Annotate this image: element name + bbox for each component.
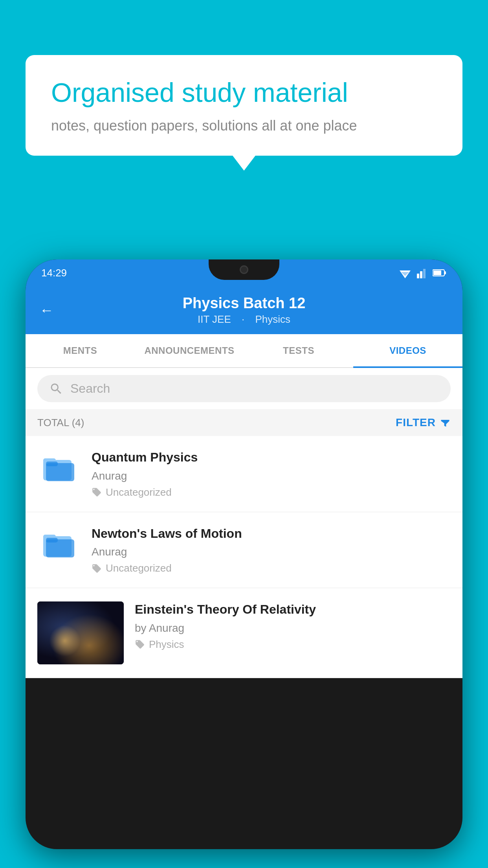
phone-wrapper: 14:29	[26, 259, 462, 868]
header-subtitle-part2: Physics	[255, 313, 290, 325]
list-item[interactable]: Newton's Laws of Motion Anurag Uncategor…	[26, 512, 462, 588]
filter-icon	[440, 417, 451, 428]
svg-rect-4	[423, 269, 426, 278]
bubble-title: Organised study material	[51, 77, 437, 109]
video-thumb-2	[37, 526, 81, 561]
video-author-3: by Anurag	[135, 622, 451, 634]
header-subtitle: IIT JEE · Physics	[41, 313, 447, 326]
video-thumb-1	[37, 449, 81, 485]
tab-ments[interactable]: MENTS	[26, 334, 135, 367]
list-item[interactable]: Einstein's Theory Of Relativity by Anura…	[26, 588, 462, 678]
tab-announcements[interactable]: ANNOUNCEMENTS	[135, 334, 244, 367]
video-tag-2: Uncategorized	[92, 562, 451, 574]
video-title-1: Quantum Physics	[92, 449, 451, 466]
header-subtitle-part1: IIT JEE	[198, 313, 231, 325]
front-camera	[240, 265, 248, 274]
video-title-3: Einstein's Theory Of Relativity	[135, 601, 451, 618]
filter-button[interactable]: FILTER	[396, 416, 451, 429]
video-thumbnail-3	[37, 601, 124, 664]
svg-rect-6	[433, 270, 441, 275]
search-icon	[49, 382, 63, 396]
video-info-3: Einstein's Theory Of Relativity by Anura…	[135, 601, 451, 651]
app-header: ← Physics Batch 12 IIT JEE · Physics	[26, 286, 462, 334]
video-info-2: Newton's Laws of Motion Anurag Uncategor…	[92, 526, 451, 575]
svg-rect-11	[46, 462, 58, 466]
list-item[interactable]: Quantum Physics Anurag Uncategorized	[26, 436, 462, 512]
video-title-2: Newton's Laws of Motion	[92, 526, 451, 542]
back-button[interactable]: ←	[40, 302, 54, 318]
filter-row: TOTAL (4) FILTER	[26, 409, 462, 436]
svg-rect-3	[420, 271, 422, 278]
speech-bubble-container: Organised study material notes, question…	[26, 55, 462, 156]
search-input-wrap[interactable]: Search	[37, 375, 451, 402]
svg-rect-7	[444, 271, 446, 274]
video-tag-1: Uncategorized	[92, 486, 451, 498]
tab-videos[interactable]: VIDEOS	[353, 334, 462, 367]
video-tag-3: Physics	[135, 638, 451, 651]
svg-rect-2	[417, 274, 419, 278]
header-title: Physics Batch 12	[41, 295, 447, 312]
thumb-glow	[49, 625, 81, 657]
tag-icon-1	[92, 487, 102, 497]
video-author-1: Anurag	[92, 470, 451, 482]
tab-tests[interactable]: TESTS	[244, 334, 353, 367]
video-info-1: Quantum Physics Anurag Uncategorized	[92, 449, 451, 498]
folder-icon-2	[41, 528, 77, 559]
battery-icon	[433, 268, 447, 277]
tag-icon-3	[135, 639, 145, 649]
folder-icon-1	[41, 451, 77, 483]
signal-icon	[417, 267, 428, 278]
total-count: TOTAL (4)	[37, 417, 84, 429]
search-bar: Search	[26, 368, 462, 409]
speech-bubble: Organised study material notes, question…	[26, 55, 462, 156]
tabs: MENTS ANNOUNCEMENTS TESTS VIDEOS	[26, 334, 462, 368]
video-list: Quantum Physics Anurag Uncategorized	[26, 436, 462, 678]
search-placeholder: Search	[70, 381, 110, 396]
phone-notch	[209, 259, 279, 280]
bubble-subtitle: notes, question papers, solutions all at…	[51, 118, 437, 134]
wifi-icon	[398, 267, 412, 278]
phone: 14:29	[26, 259, 462, 849]
status-time: 14:29	[41, 267, 67, 279]
video-author-2: Anurag	[92, 546, 451, 558]
status-icons	[398, 267, 447, 278]
header-subtitle-separator: ·	[242, 313, 244, 325]
tag-icon-2	[92, 563, 102, 574]
svg-rect-15	[46, 538, 58, 542]
